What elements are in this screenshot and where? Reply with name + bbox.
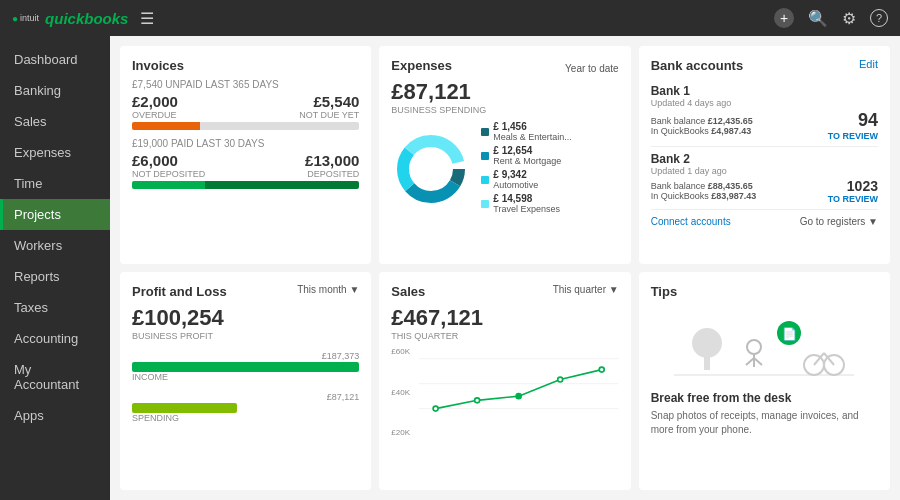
overdue-section: £2,000 OVERDUE: [132, 93, 178, 120]
legend-item-3: £ 14,598 Travel Expenses: [481, 193, 618, 214]
logo[interactable]: ● intuit quickbooks: [12, 10, 128, 27]
pnl-spending-text: SPENDING: [132, 413, 359, 423]
overdue-bar: [132, 122, 200, 130]
search-icon[interactable]: 🔍: [808, 9, 828, 28]
not-deposited-section: £6,000 NOT DEPOSITED: [132, 152, 205, 179]
svg-point-11: [558, 377, 563, 382]
bank2-item: Bank 2 Updated 1 day ago Bank balance £8…: [651, 147, 878, 210]
sales-amount: £467,121: [391, 305, 618, 331]
y-label-40k: £40K: [391, 388, 410, 397]
y-axis-labels: £60K £40K £20K: [391, 347, 410, 437]
not-deposited-amount: £6,000: [132, 152, 205, 169]
not-deposited-label: NOT DEPOSITED: [132, 169, 205, 179]
bank2-name: Bank 2: [651, 152, 878, 166]
expenses-amount: £87,121: [391, 79, 618, 105]
settings-icon[interactable]: ⚙: [842, 9, 856, 28]
bank1-review-num: 94: [858, 110, 878, 131]
sales-chart: £60K £40K £20K: [391, 347, 618, 437]
sidebar-item-reports[interactable]: Reports: [0, 261, 110, 292]
go-to-registers-link[interactable]: Go to registers ▼: [800, 216, 878, 227]
overdue-amount: £2,000: [132, 93, 178, 110]
bank2-review-label: TO REVIEW: [828, 194, 878, 204]
legend-text-1: £ 12,654 Rent & Mortgage: [493, 145, 561, 166]
bank1-qb-label: In QuickBooks: [651, 126, 709, 136]
sidebar-item-accounting[interactable]: Accounting: [0, 323, 110, 354]
deposited-section: £13,000 DEPOSITED: [305, 152, 359, 179]
svg-point-4: [413, 151, 449, 187]
pnl-spending-row: £87,121 SPENDING: [132, 392, 359, 423]
legend-dot-2: [481, 176, 489, 184]
expenses-title: Expenses: [391, 58, 452, 73]
bank2-qb-val: £83,987.43: [711, 191, 756, 201]
legend-text-3: £ 14,598 Travel Expenses: [493, 193, 560, 214]
tips-card: Tips: [639, 272, 890, 490]
sales-title: Sales: [391, 284, 425, 299]
sidebar-item-sales[interactable]: Sales: [0, 106, 110, 137]
expenses-period[interactable]: Year to date: [565, 63, 619, 74]
expenses-label: BUSINESS SPENDING: [391, 105, 618, 115]
pnl-title: Profit and Loss: [132, 284, 227, 299]
pnl-spending-bar: [132, 403, 237, 413]
sales-line-chart: [419, 347, 618, 437]
deposited-amount: £13,000: [305, 152, 359, 169]
not-due-bar: [200, 122, 359, 130]
expenses-card: Expenses Year to date £87,121 BUSINESS S…: [379, 46, 630, 264]
sidebar-item-banking[interactable]: Banking: [0, 75, 110, 106]
bank1-name: Bank 1: [651, 84, 878, 98]
bank1-item: Bank 1 Updated 4 days ago Bank balance £…: [651, 79, 878, 147]
expenses-legend: £ 1,456 Meals & Entertain... £ 12,654 Re…: [481, 121, 618, 217]
nav-left: ● intuit quickbooks ☰: [12, 9, 154, 28]
invoices-unpaid-row: £2,000 OVERDUE £5,540 NOT DUE YET: [132, 93, 359, 120]
svg-point-12: [600, 367, 605, 372]
y-label-60k: £60K: [391, 347, 410, 356]
invoices-unpaid-bar: [132, 122, 359, 130]
legend-dot-3: [481, 200, 489, 208]
legend-dot-1: [481, 152, 489, 160]
bank1-balance-label: Bank balance: [651, 116, 706, 126]
sales-period[interactable]: This quarter ▼: [553, 284, 619, 305]
sidebar-item-apps[interactable]: Apps: [0, 400, 110, 431]
sidebar-item-taxes[interactable]: Taxes: [0, 292, 110, 323]
sales-label: THIS QUARTER: [391, 331, 618, 341]
not-deposited-bar: [132, 181, 205, 189]
bank-footer: Connect accounts Go to registers ▼: [651, 216, 878, 227]
pnl-period[interactable]: This month ▼: [297, 284, 359, 305]
tips-svg: 📄: [674, 305, 854, 385]
bank1-updated: Updated 4 days ago: [651, 98, 878, 108]
not-due-amount: £5,540: [299, 93, 359, 110]
connect-accounts-link[interactable]: Connect accounts: [651, 216, 731, 227]
sales-card: Sales This quarter ▼ £467,121 THIS QUART…: [379, 272, 630, 490]
intuit-logo: ● intuit: [12, 13, 39, 24]
svg-line-19: [754, 358, 762, 365]
svg-point-9: [475, 398, 480, 403]
bank1-balances: Bank balance £12,435.65 In QuickBooks £4…: [651, 116, 753, 136]
sidebar-item-projects[interactable]: Projects: [0, 199, 110, 230]
invoices-paid-label: £19,000 PAID LAST 30 DAYS: [132, 138, 359, 149]
legend-text-2: £ 9,342 Automotive: [493, 169, 538, 190]
pnl-income-text: INCOME: [132, 372, 359, 382]
sidebar-item-dashboard[interactable]: Dashboard: [0, 44, 110, 75]
expenses-donut: [391, 129, 471, 209]
sidebar-item-workers[interactable]: Workers: [0, 230, 110, 261]
invoices-paid-bar: [132, 181, 359, 189]
sidebar-item-time[interactable]: Time: [0, 168, 110, 199]
invoices-paid-row: £6,000 NOT DEPOSITED £13,000 DEPOSITED: [132, 152, 359, 179]
sidebar-item-my-accountant[interactable]: My Accountant: [0, 354, 110, 400]
invoices-title: Invoices: [132, 58, 359, 73]
bank2-qb-label: In QuickBooks: [651, 191, 709, 201]
svg-point-15: [692, 328, 722, 358]
bank2-review: 1023 TO REVIEW: [828, 178, 878, 204]
expenses-header: Expenses Year to date: [391, 58, 618, 79]
legend-text-0: £ 1,456 Meals & Entertain...: [493, 121, 572, 142]
menu-icon[interactable]: ☰: [140, 9, 154, 28]
add-icon[interactable]: +: [774, 8, 794, 28]
bank-header: Bank accounts Edit: [651, 58, 878, 79]
bank1-row: Bank balance £12,435.65 In QuickBooks £4…: [651, 110, 878, 141]
deposited-label: DEPOSITED: [305, 169, 359, 179]
invoices-unpaid-label: £7,540 UNPAID LAST 365 DAYS: [132, 79, 359, 90]
bank-edit-link[interactable]: Edit: [859, 58, 878, 79]
help-icon[interactable]: ?: [870, 9, 888, 27]
legend-item-2: £ 9,342 Automotive: [481, 169, 618, 190]
sidebar-item-expenses[interactable]: Expenses: [0, 137, 110, 168]
bank1-review-label: TO REVIEW: [828, 131, 878, 141]
